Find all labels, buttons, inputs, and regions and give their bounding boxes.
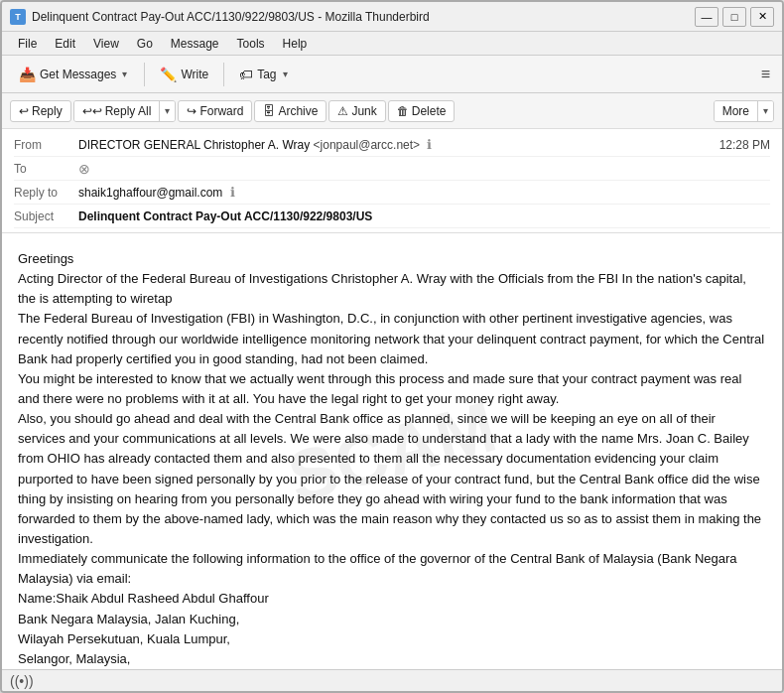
header-fields: From DIRECTOR GENERAL Christopher A. Wra… <box>2 129 782 232</box>
minimize-button[interactable]: — <box>695 7 719 27</box>
reply-all-icon: ↩↩ <box>82 104 102 118</box>
signal-icon: ((•)) <box>10 673 34 689</box>
reply-to-value: shaik1ghaffour@gmail.com ℹ <box>78 185 770 200</box>
email-body-container: SCAM Greetings Acting Director of the Fe… <box>2 233 782 669</box>
tag-icon: 🏷 <box>239 67 253 82</box>
email-greeting: Greetings <box>18 249 766 269</box>
email-contact-info: Name:Shaik Abdul Rasheed Abdul Ghaffour … <box>18 589 766 669</box>
subject-label: Subject <box>14 209 78 223</box>
separator <box>223 63 224 86</box>
forward-icon: ↪ <box>187 104 196 118</box>
junk-button[interactable]: ⚠ Junk <box>328 100 385 122</box>
subject-value: Delinquent Contract Pay-Out ACC/1130/922… <box>78 209 770 223</box>
reply-all-dropdown[interactable]: ▾ <box>160 101 175 121</box>
window-controls: — □ ✕ <box>695 7 774 27</box>
menu-go[interactable]: Go <box>129 35 161 53</box>
status-bar: ((•)) <box>2 669 782 691</box>
delete-icon: 🗑 <box>397 104 409 118</box>
email-paragraph-5: Immediately communicate the following in… <box>18 549 766 589</box>
email-paragraph-3: You might be interested to know that we … <box>18 369 766 409</box>
menu-help[interactable]: Help <box>275 35 316 53</box>
from-value: DIRECTOR GENERAL Christopher A. Wray <jo… <box>78 137 719 152</box>
tag-button[interactable]: 🏷 Tag ▾ <box>230 60 298 88</box>
to-label: To <box>14 162 78 176</box>
reply-to-info-icon[interactable]: ℹ <box>230 185 235 200</box>
menu-edit[interactable]: Edit <box>47 35 83 53</box>
app-icon: T <box>10 9 26 25</box>
get-messages-dropdown[interactable]: ▾ <box>120 65 129 83</box>
reply-all-button[interactable]: ↩↩ Reply All <box>74 101 161 121</box>
write-icon: ✏️ <box>160 67 177 82</box>
hamburger-menu-icon[interactable]: ≡ <box>757 62 774 87</box>
from-row: From DIRECTOR GENERAL Christopher A. Wra… <box>14 133 770 157</box>
to-value: ⊗ <box>78 161 770 177</box>
toolbar: 📥 Get Messages ▾ ✏️ Write 🏷 Tag ▾ ≡ <box>2 56 782 93</box>
archive-button[interactable]: 🗄 Archive <box>254 100 327 122</box>
sender-name: DIRECTOR GENERAL Christopher A. Wray <box>78 138 310 152</box>
get-messages-button[interactable]: 📥 Get Messages ▾ <box>10 60 138 88</box>
reply-all-split: ↩↩ Reply All ▾ <box>73 100 177 122</box>
reply-to-row: Reply to shaik1ghaffour@gmail.com ℹ <box>14 181 770 205</box>
to-row: To ⊗ <box>14 157 770 181</box>
title-bar-left: T Delinquent Contract Pay-Out ACC/1130/9… <box>10 9 430 25</box>
menu-message[interactable]: Message <box>163 35 227 53</box>
menu-file[interactable]: File <box>10 35 45 53</box>
action-bar: ↩ Reply ↩↩ Reply All ▾ ↪ Forward 🗄 Archi… <box>2 93 782 129</box>
write-button[interactable]: ✏️ Write <box>151 62 217 87</box>
more-split: More ▾ <box>714 100 774 122</box>
email-time: 12:28 PM <box>719 138 770 152</box>
maximize-button[interactable]: □ <box>722 7 746 27</box>
subject-row: Subject Delinquent Contract Pay-Out ACC/… <box>14 205 770 228</box>
delete-button[interactable]: 🗑 Delete <box>388 100 456 122</box>
get-messages-icon: 📥 <box>19 67 36 82</box>
menu-view[interactable]: View <box>85 35 127 53</box>
more-dropdown[interactable]: ▾ <box>758 101 773 121</box>
reply-button[interactable]: ↩ Reply <box>10 100 71 122</box>
clear-to-icon[interactable]: ⊗ <box>78 161 90 177</box>
window-title: Delinquent Contract Pay-Out ACC/1130/922… <box>32 10 430 24</box>
title-bar: T Delinquent Contract Pay-Out ACC/1130/9… <box>2 2 782 32</box>
more-button[interactable]: More <box>715 101 758 121</box>
sender-info-icon[interactable]: ℹ <box>427 137 432 152</box>
junk-icon: ⚠ <box>337 104 348 118</box>
email-paragraph-2: The Federal Bureau of Investigation (FBI… <box>18 309 766 368</box>
from-label: From <box>14 138 78 152</box>
email-content: Greetings Acting Director of the Federal… <box>2 233 782 669</box>
sender-email[interactable]: <jonpaul@arcc.net> <box>314 138 421 152</box>
reply-to-label: Reply to <box>14 186 78 200</box>
tag-dropdown[interactable]: ▾ <box>281 65 290 83</box>
archive-icon: 🗄 <box>263 104 275 118</box>
message-header: ↩ Reply ↩↩ Reply All ▾ ↪ Forward 🗄 Archi… <box>2 93 782 233</box>
reply-to-email[interactable]: shaik1ghaffour@gmail.com <box>78 186 222 200</box>
close-button[interactable]: ✕ <box>750 7 774 27</box>
email-paragraph-4: Also, you should go ahead and deal with … <box>18 409 766 549</box>
reply-icon: ↩ <box>19 104 29 118</box>
forward-button[interactable]: ↪ Forward <box>178 100 252 122</box>
menu-bar: File Edit View Go Message Tools Help <box>2 32 782 56</box>
separator <box>144 63 145 86</box>
menu-tools[interactable]: Tools <box>229 35 273 53</box>
email-paragraph-1: Acting Director of the Federal Bureau of… <box>18 269 766 309</box>
